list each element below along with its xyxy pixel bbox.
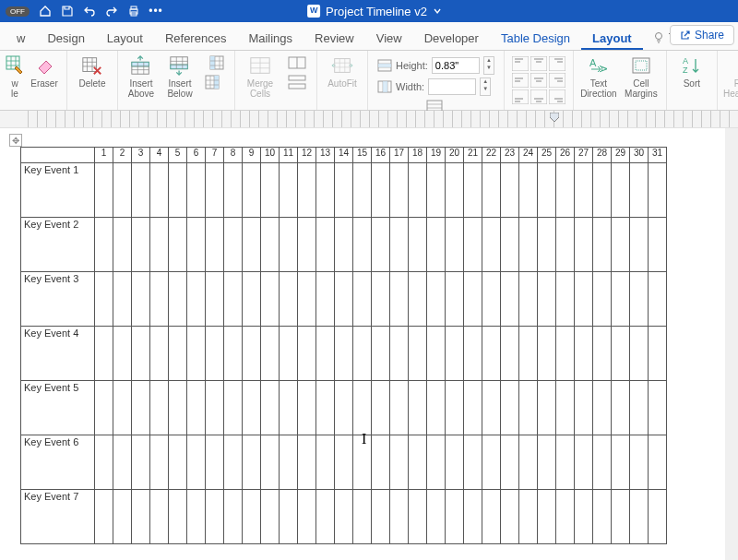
day-cell[interactable] [243, 163, 261, 218]
day-cell[interactable] [409, 435, 427, 490]
day-header[interactable]: 10 [261, 148, 280, 163]
day-cell[interactable] [649, 381, 667, 435]
day-cell[interactable] [630, 327, 649, 381]
more-icon[interactable]: ••• [149, 5, 162, 18]
day-cell[interactable] [501, 435, 519, 490]
day-cell[interactable] [261, 163, 280, 218]
day-cell[interactable] [150, 327, 169, 381]
day-cell[interactable] [335, 218, 353, 272]
tab-table-layout[interactable]: Layout [581, 26, 643, 50]
day-cell[interactable] [390, 327, 409, 381]
day-cell[interactable] [446, 163, 464, 218]
day-cell[interactable] [538, 272, 556, 327]
day-cell[interactable] [169, 435, 187, 490]
text-direction-button[interactable]: AA Text Direction [579, 54, 618, 99]
day-cell[interactable] [132, 272, 150, 327]
height-input[interactable] [432, 57, 480, 74]
day-cell[interactable] [612, 381, 630, 435]
day-cell[interactable] [593, 435, 612, 490]
day-cell[interactable] [187, 435, 206, 490]
day-cell[interactable] [649, 490, 667, 544]
day-cell[interactable] [95, 272, 113, 327]
day-cell[interactable] [353, 327, 372, 381]
event-label-cell[interactable]: Key Event 4 [21, 327, 95, 381]
day-cell[interactable] [132, 435, 150, 490]
autofit-button[interactable]: AutoFit [323, 54, 362, 89]
header-empty-cell[interactable] [21, 148, 95, 163]
day-cell[interactable] [316, 381, 335, 435]
table-move-handle[interactable]: ✥ [9, 134, 22, 147]
day-cell[interactable] [612, 163, 630, 218]
day-cell[interactable] [316, 272, 335, 327]
day-cell[interactable] [501, 272, 519, 327]
document-title[interactable]: Project Timeline v2 [326, 5, 427, 18]
day-cell[interactable] [353, 381, 372, 435]
day-cell[interactable] [593, 327, 612, 381]
day-cell[interactable] [427, 163, 446, 218]
day-cell[interactable] [630, 218, 649, 272]
event-label-cell[interactable]: Key Event 2 [21, 218, 95, 272]
day-cell[interactable] [649, 327, 667, 381]
day-cell[interactable] [519, 218, 538, 272]
indent-marker[interactable] [550, 113, 559, 122]
day-cell[interactable] [464, 272, 482, 327]
day-cell[interactable] [372, 381, 390, 435]
day-cell[interactable] [519, 163, 538, 218]
day-cell[interactable] [298, 435, 316, 490]
day-cell[interactable] [612, 327, 630, 381]
day-cell[interactable] [187, 327, 206, 381]
day-cell[interactable] [187, 163, 206, 218]
day-cell[interactable] [224, 381, 243, 435]
day-cell[interactable] [261, 381, 280, 435]
undo-icon[interactable] [83, 5, 96, 18]
event-label-cell[interactable]: Key Event 1 [21, 163, 95, 218]
day-cell[interactable] [593, 218, 612, 272]
day-cell[interactable] [482, 218, 501, 272]
tab-developer[interactable]: Developer [413, 26, 490, 50]
day-cell[interactable] [169, 490, 187, 544]
day-cell[interactable] [298, 272, 316, 327]
day-cell[interactable] [132, 490, 150, 544]
day-cell[interactable] [261, 490, 280, 544]
day-header[interactable]: 22 [482, 148, 501, 163]
day-cell[interactable] [519, 381, 538, 435]
tab-draw-partial[interactable]: w [6, 26, 36, 50]
day-header[interactable]: 21 [464, 148, 482, 163]
day-header[interactable]: 5 [169, 148, 187, 163]
day-cell[interactable] [243, 218, 261, 272]
day-header[interactable]: 17 [390, 148, 409, 163]
tab-view[interactable]: View [365, 26, 413, 50]
day-cell[interactable] [409, 327, 427, 381]
day-cell[interactable] [538, 163, 556, 218]
day-cell[interactable] [353, 163, 372, 218]
day-header[interactable]: 9 [243, 148, 261, 163]
day-cell[interactable] [150, 272, 169, 327]
day-cell[interactable] [630, 381, 649, 435]
day-cell[interactable] [482, 435, 501, 490]
split-table-button[interactable] [287, 74, 307, 90]
day-cell[interactable] [169, 381, 187, 435]
day-cell[interactable] [446, 381, 464, 435]
day-header[interactable]: 30 [630, 148, 649, 163]
day-cell[interactable] [464, 163, 482, 218]
day-header[interactable]: 28 [593, 148, 612, 163]
day-cell[interactable] [630, 163, 649, 218]
day-cell[interactable] [427, 435, 446, 490]
day-cell[interactable] [353, 490, 372, 544]
day-cell[interactable] [612, 435, 630, 490]
day-cell[interactable] [593, 163, 612, 218]
day-cell[interactable] [206, 435, 224, 490]
insert-left-button[interactable] [205, 54, 225, 71]
day-cell[interactable] [280, 381, 298, 435]
day-cell[interactable] [206, 327, 224, 381]
day-cell[interactable] [113, 163, 132, 218]
insert-above-button[interactable]: Insert Above [124, 54, 159, 99]
vertical-scrollbar[interactable] [725, 128, 738, 560]
day-cell[interactable] [630, 490, 649, 544]
day-header[interactable]: 16 [372, 148, 390, 163]
chevron-down-icon[interactable] [433, 6, 442, 16]
day-cell[interactable] [482, 163, 501, 218]
home-icon[interactable] [39, 5, 52, 18]
day-cell[interactable] [243, 327, 261, 381]
day-cell[interactable] [409, 381, 427, 435]
